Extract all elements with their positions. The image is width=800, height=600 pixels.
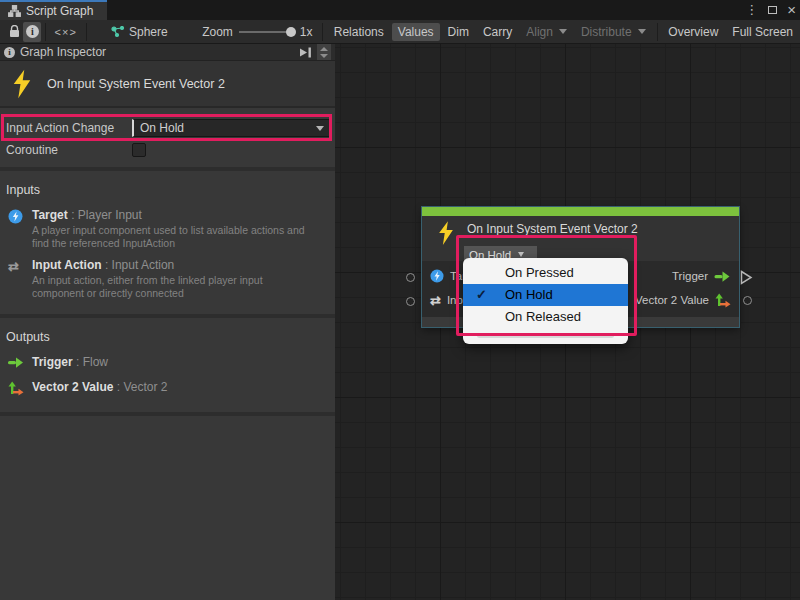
menu-item-on-hold[interactable]: ✓ On Hold	[463, 284, 628, 306]
tab-label: Script Graph	[26, 4, 93, 18]
input-action-change-value: On Hold	[140, 121, 184, 135]
sphere-graph-icon	[111, 26, 125, 38]
inspector-toggle-button[interactable]: i	[23, 22, 41, 42]
close-icon[interactable]: ×	[787, 0, 796, 20]
zoom-slider-knob[interactable]	[286, 27, 296, 37]
input-action-change-row: Input Action Change On Hold	[0, 117, 335, 139]
script-graph-icon	[8, 5, 21, 17]
graph-target-label: Sphere	[129, 25, 168, 39]
tab-script-graph[interactable]: Script Graph	[0, 0, 107, 20]
target-port-connector[interactable]	[406, 273, 415, 282]
menu-item-label: On Pressed	[505, 265, 574, 280]
port-name: Input Action	[32, 258, 102, 272]
vector2-port-connector[interactable]	[743, 296, 752, 305]
action-dropdown-menu: On Pressed ✓ On Hold On Released	[463, 258, 628, 344]
overview-button[interactable]: Overview	[662, 23, 724, 41]
outputs-section: Outputs Trigger : Flow Vector 2 Value : …	[0, 318, 335, 416]
output-port-vector2: Vector 2 Value : Vector 2	[0, 377, 335, 404]
maximize-icon[interactable]	[768, 6, 777, 14]
port-description: An input action, either from the linked …	[32, 274, 317, 300]
tab-bar: Script Graph ⋮ ×	[0, 0, 800, 20]
input-action-change-dropdown[interactable]: On Hold	[132, 119, 331, 137]
chevron-down-icon	[559, 29, 567, 34]
menu-item-label: On Hold	[505, 287, 553, 302]
carry-button[interactable]: Carry	[477, 23, 518, 41]
input-action-port-connector[interactable]	[406, 297, 415, 306]
vector2-icon[interactable]	[715, 293, 731, 308]
port-name: Target	[32, 208, 68, 222]
info-icon: i	[4, 47, 15, 58]
menu-scroll-hint	[477, 333, 614, 338]
lightning-bolt-icon	[10, 69, 34, 99]
menu-item-label: On Released	[505, 309, 581, 324]
node-header[interactable]: On Input System Event Vector 2 On Hold	[422, 216, 739, 261]
node-properties: Input Action Change On Hold Coroutine	[0, 108, 335, 171]
port-description: A player input component used to list av…	[32, 224, 317, 250]
node-title-text: On Input System Event Vector 2	[47, 77, 225, 91]
arrow-up-icon	[320, 47, 328, 51]
node-title: On Input System Event Vector 2	[467, 222, 638, 236]
input-action-change-label: Input Action Change	[6, 121, 132, 135]
player-input-icon	[430, 269, 444, 283]
menu-item-on-pressed[interactable]: On Pressed	[463, 262, 628, 284]
lock-button[interactable]	[6, 22, 24, 42]
node-event-strip	[422, 207, 739, 216]
colon: :	[102, 258, 112, 272]
vector2-icon	[8, 380, 24, 399]
coroutine-row: Coroutine	[0, 139, 335, 161]
overview-label: Overview	[668, 25, 718, 39]
zoom-value: 1x	[300, 25, 313, 39]
player-input-icon	[8, 208, 24, 250]
window-menu-icon[interactable]: ⋮	[745, 0, 758, 20]
align-label: Align	[526, 25, 553, 39]
values-button[interactable]: Values	[392, 23, 440, 41]
graph-target-button[interactable]: Sphere	[105, 23, 174, 41]
chevron-down-icon	[518, 252, 524, 257]
code-view-button[interactable]: <×>	[50, 22, 82, 42]
distribute-label: Distribute	[581, 25, 632, 39]
dock-panel-icon[interactable]	[299, 47, 312, 58]
port-type: Input Action	[112, 258, 175, 272]
info-icon: i	[26, 25, 39, 38]
lightning-bolt-icon	[436, 220, 456, 249]
unity-script-graph-window: Script Graph ⋮ × i <×> Sphere Zoom	[0, 0, 800, 600]
input-port-input-action: ⇄ Input Action : Input Action An input a…	[0, 255, 335, 305]
zoom-slider[interactable]	[239, 31, 294, 33]
dim-button[interactable]: Dim	[442, 23, 475, 41]
port-type: Player Input	[78, 208, 142, 222]
relations-label: Relations	[334, 25, 384, 39]
graph-toolbar: i <×> Sphere Zoom 1x Relations Values Di…	[0, 20, 800, 44]
graph-inspector-panel: i Graph Inspector On Input System Event …	[0, 44, 335, 600]
align-button[interactable]: Align	[520, 23, 573, 41]
relations-button[interactable]: Relations	[328, 23, 390, 41]
distribute-button[interactable]: Distribute	[575, 23, 652, 41]
carry-label: Carry	[483, 25, 512, 39]
port-type: Flow	[83, 355, 108, 369]
port-name: Vector 2 Value	[32, 380, 113, 394]
dim-label: Dim	[448, 25, 469, 39]
lock-icon	[9, 25, 20, 38]
trigger-flow-connector[interactable]	[740, 270, 753, 285]
graph-canvas[interactable]: On Input System Event Vector 2 On Hold T…	[335, 44, 800, 600]
inputs-header: Inputs	[0, 181, 335, 205]
node-output-vector2-label: Vector 2 Value	[635, 294, 709, 306]
port-name: Trigger	[32, 355, 73, 369]
values-label: Values	[398, 25, 434, 39]
graph-inspector-title: Graph Inspector	[20, 45, 106, 59]
zoom-label: Zoom	[202, 25, 233, 39]
coroutine-checkbox[interactable]	[132, 143, 146, 157]
flow-arrow-icon[interactable]	[714, 270, 731, 283]
menu-item-on-released[interactable]: On Released	[463, 306, 628, 328]
full-screen-button[interactable]: Full Screen	[726, 23, 799, 41]
code-icon: <×>	[55, 26, 77, 38]
chevron-down-icon	[316, 126, 324, 131]
panel-scroll-arrows[interactable]	[317, 44, 331, 60]
node-summary: On Input System Event Vector 2	[0, 61, 335, 108]
coroutine-label: Coroutine	[6, 143, 132, 157]
flow-arrow-icon	[8, 355, 24, 372]
colon: :	[68, 208, 78, 222]
output-port-trigger: Trigger : Flow	[0, 352, 335, 377]
inputs-section: Inputs Target : Player Input A player in…	[0, 171, 335, 318]
full-screen-label: Full Screen	[732, 25, 793, 39]
graph-inspector-header: i Graph Inspector	[0, 44, 335, 61]
